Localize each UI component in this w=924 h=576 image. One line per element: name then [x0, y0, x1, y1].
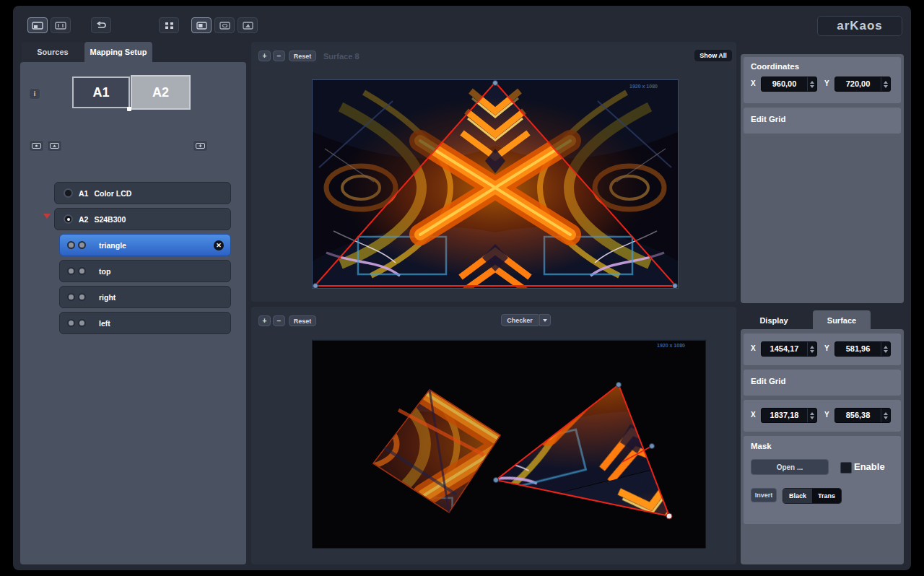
- display-preview-canvas[interactable]: 1920 x 1080: [312, 339, 706, 549]
- mask-invert-button[interactable]: Invert: [751, 488, 777, 502]
- x-label: X: [751, 344, 756, 352]
- panel-solo-button[interactable]: [191, 17, 212, 33]
- screen-in-icon: [50, 143, 59, 149]
- plus-icon: [196, 143, 205, 149]
- device-a2-radio[interactable]: [64, 214, 73, 224]
- grid-view-icon: [165, 22, 174, 30]
- coordinates-title: Coordinates: [751, 62, 799, 71]
- display-frame-button[interactable]: [51, 17, 71, 33]
- surface-label: triangle: [99, 241, 126, 250]
- x-label: X: [751, 79, 756, 87]
- vertex-handle[interactable]: [616, 383, 622, 388]
- undo-button[interactable]: [91, 17, 111, 33]
- surface-label: left: [99, 319, 110, 328]
- vertex-handle[interactable]: [673, 284, 678, 289]
- surface-title: Surface 8: [323, 52, 359, 61]
- info-button[interactable]: i: [29, 88, 40, 100]
- display-a2-button[interactable]: A2: [131, 75, 191, 110]
- zoom-in-button[interactable]: +: [258, 51, 271, 61]
- point2-y-field[interactable]: 856,38: [834, 408, 891, 423]
- tab-sources[interactable]: Sources: [22, 42, 84, 62]
- stepper[interactable]: [807, 342, 816, 356]
- y-label: Y: [824, 344, 829, 352]
- mask-mode-segmented: Black Trans: [783, 488, 842, 504]
- display-preview-viewport: + − Reset Checker 1920 x 1080: [251, 307, 736, 564]
- screen-tool-button-2[interactable]: [47, 140, 62, 152]
- y-coordinate-field[interactable]: 720,00: [834, 77, 891, 92]
- background-mode-dropdown[interactable]: [539, 314, 551, 326]
- tab-display-label: Display: [759, 316, 788, 325]
- surface-edit-canvas[interactable]: 1920 x 1080: [312, 79, 679, 289]
- surface-led: [78, 241, 86, 249]
- reset-button[interactable]: Reset: [289, 315, 316, 326]
- panel-duo-icon: [219, 22, 230, 30]
- stepper[interactable]: [807, 409, 816, 422]
- display-frame-icon: [55, 22, 66, 30]
- vertex-handle-active[interactable]: [666, 513, 672, 519]
- x-value: 960,00: [762, 77, 807, 91]
- stepper[interactable]: [807, 77, 816, 91]
- surface-led: [67, 293, 75, 301]
- x-label: X: [751, 411, 756, 419]
- vertex-handle[interactable]: [493, 81, 498, 86]
- close-icon[interactable]: ✕: [214, 240, 224, 250]
- undo-icon: [96, 22, 107, 30]
- y-label: Y: [824, 79, 829, 87]
- mask-title: Mask: [751, 442, 772, 450]
- device-a1-radio[interactable]: [64, 188, 73, 198]
- mask-trans-label: Trans: [818, 492, 835, 499]
- tab-display[interactable]: Display: [748, 310, 800, 331]
- mask-enable-label: Enable: [854, 461, 885, 472]
- stepper[interactable]: [881, 409, 890, 422]
- surface-row-top[interactable]: top: [59, 260, 231, 282]
- surface-settings-panel: X 1454,17 Y 581,96 Edit Grid X 1837,18 Y: [741, 329, 904, 564]
- stepper[interactable]: [881, 342, 890, 356]
- zoom-out-button[interactable]: −: [273, 315, 285, 326]
- mask-open-button[interactable]: Open ...: [751, 459, 829, 475]
- vertex-handle[interactable]: [313, 284, 318, 289]
- point2-x-field[interactable]: 1837,18: [761, 408, 817, 423]
- tab-surface[interactable]: Surface: [813, 310, 871, 331]
- app-window: arKaos Sources Mapping Setup i A1 A2 A1 …: [13, 6, 911, 570]
- reset-label: Reset: [294, 53, 312, 60]
- surface-row-right[interactable]: right: [59, 286, 231, 308]
- reset-label: Reset: [294, 318, 312, 325]
- panel-notes-button[interactable]: [237, 17, 258, 33]
- zoom-in-button[interactable]: +: [258, 315, 271, 326]
- surface-row-left[interactable]: left: [59, 312, 231, 334]
- mask-trans-button[interactable]: Trans: [812, 489, 841, 503]
- device-row-a2[interactable]: A2 S24B300: [54, 208, 231, 230]
- tab-surface-label: Surface: [827, 316, 856, 325]
- add-surface-button[interactable]: [193, 140, 208, 152]
- point1-x-field[interactable]: 1454,17: [761, 341, 817, 357]
- background-mode-button[interactable]: Checker: [501, 314, 539, 326]
- panel-duo-button[interactable]: [214, 17, 235, 33]
- zoom-out-button[interactable]: −: [273, 51, 285, 61]
- expand-arrow-icon[interactable]: [43, 214, 51, 219]
- mask-invert-label: Invert: [755, 492, 773, 499]
- edit-grid-button[interactable]: Edit Grid: [744, 370, 901, 396]
- vertex-handle[interactable]: [494, 478, 499, 483]
- x-coordinate-field[interactable]: 960,00: [761, 77, 817, 92]
- panel-solo-icon: [196, 22, 207, 30]
- point1-y-field[interactable]: 581,96: [834, 341, 891, 357]
- grid-view-button[interactable]: [159, 17, 179, 33]
- x-value: 1454,17: [762, 342, 807, 356]
- display-toggle-button[interactable]: [27, 17, 48, 33]
- zoom-out-label: −: [277, 317, 282, 325]
- show-all-button[interactable]: Show All: [694, 50, 732, 61]
- display-marker-dot: [127, 107, 131, 111]
- surface-row-triangle[interactable]: triangle ✕: [59, 234, 231, 256]
- stepper[interactable]: [881, 77, 890, 91]
- mask-black-button[interactable]: Black: [783, 489, 812, 503]
- display-a1-button[interactable]: A1: [72, 77, 130, 108]
- surface-led: [78, 267, 86, 275]
- screen-tool-button-1[interactable]: [29, 140, 44, 152]
- rotation-handle[interactable]: [650, 444, 655, 449]
- device-row-a1[interactable]: A1 Color LCD: [54, 182, 231, 204]
- reset-button[interactable]: Reset: [289, 51, 316, 61]
- edit-grid-button[interactable]: Edit Grid: [744, 108, 901, 134]
- panel-notes-icon: [243, 22, 253, 30]
- tab-mapping-setup[interactable]: Mapping Setup: [84, 42, 152, 62]
- mask-enable-checkbox[interactable]: [840, 462, 852, 474]
